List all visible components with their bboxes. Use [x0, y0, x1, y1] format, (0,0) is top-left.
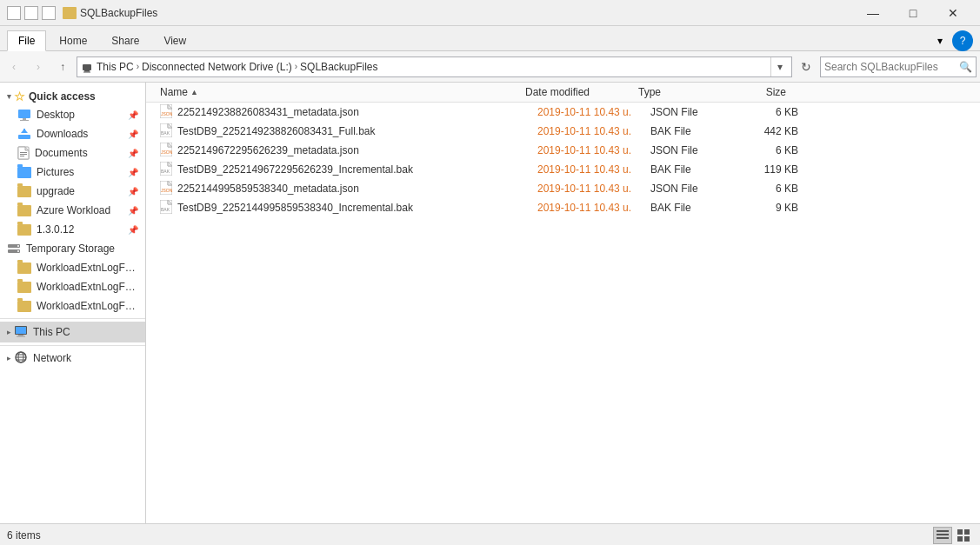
svg-rect-49 — [957, 536, 963, 542]
tab-share[interactable]: Share — [100, 30, 150, 50]
forward-button[interactable]: › — [28, 56, 49, 77]
sidebar-item-network[interactable]: ▸ Network — [0, 349, 145, 368]
sidebar-item-azure-workload[interactable]: Azure Workload 📌 — [0, 201, 145, 220]
file-type-5: BAK File — [650, 202, 729, 214]
file-name-1: TestDB9_2252149238826083431_Full.bak — [177, 125, 537, 137]
file-type-2: JSON File — [650, 144, 729, 156]
table-row[interactable]: BAK TestDB9_2252144995859538340_Incremen… — [146, 198, 980, 217]
svg-text:BAK: BAK — [161, 130, 170, 136]
sidebar-documents-label: Documents — [35, 147, 126, 159]
main-layout: ▾ ☆ Quick access Desktop 📌 Downloads 📌 — [0, 83, 980, 523]
svg-rect-4 — [23, 118, 26, 120]
file-icon-0: JSON — [160, 104, 172, 121]
sidebar-item-desktop[interactable]: Desktop 📌 — [0, 105, 145, 124]
table-row[interactable]: JSON 2252144995859538340_metadata.json 2… — [146, 179, 980, 198]
status-bar: 6 items — [0, 523, 980, 545]
svg-point-15 — [17, 245, 19, 247]
table-row[interactable]: JSON 2252149672295626239_metadata.json 2… — [146, 141, 980, 160]
thispc-small-icon — [81, 61, 93, 73]
path-folder: SQLBackupFiles — [300, 61, 377, 73]
file-date-2: 2019-10-11 10.43 u. — [537, 144, 650, 156]
title-icon-3 — [42, 6, 56, 20]
svg-rect-45 — [937, 534, 949, 535]
file-icon-3: BAK — [160, 162, 172, 178]
sidebar-item-workload1[interactable]: WorkloadExtnLogFo... — [0, 258, 145, 277]
sidebar-item-version[interactable]: 1.3.0.12 📌 — [0, 220, 145, 239]
back-button[interactable]: ‹ — [3, 56, 24, 77]
tab-view[interactable]: View — [152, 30, 197, 50]
view-icons-btn[interactable] — [954, 527, 973, 544]
help-button[interactable]: ? — [952, 30, 973, 51]
path-dropdown-btn[interactable]: ▾ — [770, 57, 788, 76]
col-header-date[interactable]: Date modified — [525, 86, 638, 98]
file-type-4: JSON File — [650, 183, 729, 195]
file-name-0: 2252149238826083431_metadata.json — [177, 106, 537, 118]
svg-rect-0 — [83, 64, 91, 70]
sidebar-item-downloads[interactable]: Downloads 📌 — [0, 124, 145, 143]
svg-rect-47 — [957, 529, 963, 535]
col-header-name[interactable]: Name ▲ — [160, 86, 525, 98]
svg-rect-44 — [937, 530, 949, 532]
svg-rect-3 — [18, 110, 30, 118]
file-type-1: BAK File — [650, 125, 729, 137]
minimize-button[interactable]: — — [853, 0, 893, 26]
svg-text:JSON: JSON — [161, 188, 172, 193]
file-list: JSON 2252149238826083431_metadata.json 2… — [146, 103, 980, 523]
search-box[interactable]: 🔍 — [820, 56, 977, 77]
upgrade-folder-icon — [17, 186, 31, 197]
file-name-2: 2252149672295626239_metadata.json — [177, 144, 537, 156]
maximize-button[interactable]: □ — [893, 0, 933, 26]
svg-rect-11 — [20, 154, 27, 155]
view-buttons — [933, 527, 973, 544]
svg-rect-6 — [18, 135, 30, 139]
file-icon-5: BAK — [160, 200, 172, 216]
version-pin-icon: 📌 — [128, 225, 138, 235]
sidebar-item-workload3[interactable]: WorkloadExtnLogFo... — [0, 296, 145, 316]
file-date-3: 2019-10-11 10.43 u. — [537, 163, 650, 176]
svg-rect-20 — [17, 336, 25, 336]
svg-rect-48 — [964, 529, 970, 535]
table-row[interactable]: BAK TestDB9_2252149672295626239_Incremen… — [146, 160, 980, 179]
ribbon-collapse-btn[interactable]: ▾ — [930, 30, 950, 51]
svg-rect-18 — [16, 327, 26, 334]
column-headers: Name ▲ Date modified Type Size — [146, 83, 980, 103]
workload3-folder-icon — [17, 301, 31, 312]
sidebar-item-pictures[interactable]: Pictures 📌 — [0, 163, 145, 182]
view-details-btn[interactable] — [933, 527, 952, 544]
tab-home[interactable]: Home — [48, 30, 98, 50]
table-row[interactable]: JSON 2252149238826083431_metadata.json 2… — [146, 103, 980, 122]
table-row[interactable]: BAK TestDB9_2252149238826083431_Full.bak… — [146, 122, 980, 141]
file-name-4: 2252144995859538340_metadata.json — [177, 183, 537, 195]
downloads-icon — [17, 128, 31, 140]
quick-access-header[interactable]: ▾ ☆ Quick access — [0, 86, 145, 105]
sidebar-item-workload2[interactable]: WorkloadExtnLogFo... — [0, 277, 145, 296]
svg-text:BAK: BAK — [161, 169, 170, 174]
svg-point-16 — [17, 250, 19, 252]
sidebar-item-temp-storage[interactable]: Temporary Storage — [0, 239, 145, 258]
tab-file[interactable]: File — [7, 30, 46, 51]
svg-rect-19 — [18, 335, 23, 336]
sidebar-item-upgrade[interactable]: upgrade 📌 — [0, 182, 145, 201]
sidebar-downloads-label: Downloads — [37, 128, 126, 140]
this-pc-arrow: ▸ — [7, 328, 11, 336]
ribbon: File Home Share View ▾ ? — [0, 26, 980, 51]
refresh-button[interactable]: ↻ — [796, 56, 817, 77]
up-button[interactable]: ↑ — [52, 56, 73, 77]
sidebar-workload1-label: WorkloadExtnLogFo... — [37, 262, 138, 274]
close-button[interactable]: ✕ — [933, 0, 973, 26]
col-header-size[interactable]: Size — [717, 86, 786, 98]
sidebar-item-this-pc[interactable]: ▸ This PC — [0, 322, 145, 342]
documents-pin-icon: 📌 — [128, 149, 138, 158]
path-thispc: This PC — [97, 61, 134, 73]
address-path[interactable]: This PC › Disconnected Network Drive (L:… — [77, 56, 792, 77]
file-name-5: TestDB9_2252144995859538340_Incremental.… — [177, 202, 537, 214]
svg-rect-5 — [20, 120, 29, 121]
window-title: SQLBackupFiles — [80, 7, 853, 19]
file-size-2: 6 KB — [729, 144, 798, 156]
col-header-type[interactable]: Type — [638, 86, 717, 98]
sidebar-item-documents[interactable]: Documents 📌 — [0, 143, 145, 163]
this-pc-icon — [14, 325, 28, 340]
address-bar: ‹ › ↑ This PC › Disconnected Network Dri… — [0, 51, 980, 83]
sidebar-version-label: 1.3.0.12 — [37, 223, 126, 236]
search-input[interactable] — [824, 61, 959, 73]
